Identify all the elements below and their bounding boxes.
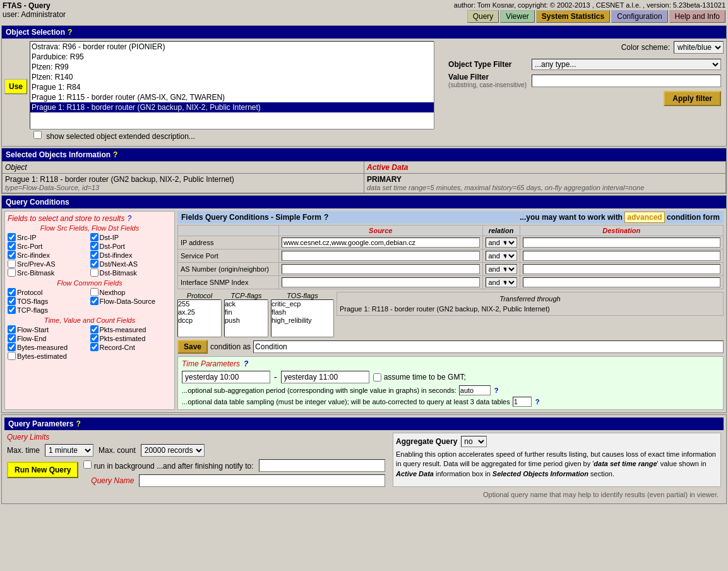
flow-end-check[interactable] [8, 334, 16, 342]
src-prev-as-label[interactable]: Src/Prev-AS [8, 260, 90, 268]
pkts-estimated-check[interactable] [90, 334, 98, 342]
fields-help[interactable]: ? [127, 214, 131, 223]
src-prev-as-check[interactable] [8, 260, 16, 268]
gmt-check-label[interactable]: assume time to be GMT; [373, 373, 466, 382]
src-ip-check[interactable] [8, 233, 16, 241]
dst-port-check[interactable] [90, 242, 98, 250]
condition-name-input[interactable] [253, 340, 724, 353]
tcp-flags-check[interactable] [8, 306, 16, 314]
dst-bitmask-label[interactable]: Dst-Bitmask [90, 268, 172, 277]
src-port-check[interactable] [8, 242, 16, 250]
bg-checkbox[interactable] [83, 460, 92, 469]
tcp-option[interactable]: ack [225, 300, 268, 308]
advanced-link[interactable]: advanced [624, 212, 664, 223]
max-time-select[interactable]: 1 minute 2 minutes 5 minutes [45, 444, 93, 457]
flow-start-check[interactable] [8, 325, 16, 334]
show-desc-checkbox[interactable] [33, 131, 42, 139]
nav-help-btn[interactable]: Help and Info [669, 10, 725, 23]
record-cnt-label[interactable]: Record-Cnt [90, 343, 172, 351]
proto-option[interactable]: 255 [178, 300, 221, 308]
flow-start-label[interactable]: Flow-Start [8, 325, 90, 334]
protocol-listbox[interactable]: 255 ax.25 dccp [177, 299, 222, 337]
proto-option[interactable]: ax.25 [178, 308, 221, 316]
run-new-query-button[interactable]: Run New Query [7, 462, 78, 478]
time-from-input[interactable] [182, 371, 270, 383]
as-number-dest-input[interactable] [523, 264, 721, 274]
flow-data-src-check[interactable] [90, 297, 98, 305]
show-desc-label[interactable]: show selected object extended descriptio… [33, 132, 195, 141]
tcpflags-listbox[interactable]: ack fin push [224, 299, 268, 337]
obj-type-filter-select[interactable]: ...any type... [532, 59, 721, 70]
bytes-estimated-check[interactable] [8, 352, 16, 360]
dst-next-as-check[interactable] [90, 260, 98, 268]
gmt-checkbox[interactable] [373, 373, 381, 382]
tos-option[interactable]: critic_ecp [272, 300, 333, 308]
pkts-measured-label[interactable]: Pkts-measured [90, 325, 172, 334]
use-button[interactable]: Use [4, 79, 27, 94]
dst-ip-check[interactable] [90, 233, 98, 241]
src-ifindex-check[interactable] [8, 251, 16, 259]
time-params-help[interactable]: ? [244, 359, 248, 368]
tos-flags-check[interactable] [8, 297, 16, 305]
bg-label-wrapper[interactable]: run in background ...and after finishing… [83, 460, 253, 471]
dst-port-label[interactable]: Dst-Port [90, 242, 172, 250]
src-port-label[interactable]: Src-Port [8, 242, 90, 250]
sampling-input[interactable] [513, 397, 532, 407]
form-help[interactable]: ? [324, 213, 328, 222]
tcp-option[interactable]: fin [225, 308, 268, 316]
bytes-estimated-label[interactable]: Bytes-estimated [8, 352, 90, 360]
agg-query-select[interactable]: no yes [461, 436, 487, 447]
protocol-label[interactable]: Protocol [8, 288, 90, 296]
bg-email-input[interactable] [259, 459, 385, 472]
selected-objects-help[interactable]: ? [113, 150, 117, 159]
dst-ifindex-check[interactable] [90, 251, 98, 259]
as-number-source-input[interactable] [282, 264, 480, 274]
nexthop-check[interactable] [90, 288, 98, 296]
ip-relation-select[interactable]: and ▼ [486, 237, 517, 248]
src-ip-label[interactable]: Src-IP [8, 233, 90, 241]
nav-sysstat-btn[interactable]: System Statistics [536, 10, 610, 23]
ip-dest-input[interactable] [523, 237, 721, 248]
object-option-selected[interactable]: Prague 1: R118 - border router (GN2 back… [30, 102, 434, 112]
bytes-measured-check[interactable] [8, 343, 16, 351]
record-cnt-check[interactable] [90, 343, 98, 351]
query-name-input[interactable] [139, 474, 385, 487]
object-listbox[interactable]: Ostrava: R96 - border router (PIONIER) P… [30, 41, 434, 129]
query-parameters-help[interactable]: ? [76, 419, 80, 428]
dst-ip-label[interactable]: Dst-IP [90, 233, 172, 241]
max-count-select[interactable]: 20000 records 10000 records 50000 record… [141, 444, 205, 457]
service-port-dest-input[interactable] [523, 251, 721, 261]
object-option[interactable]: Ostrava: R96 - border router (PIONIER) [30, 42, 434, 52]
time-to-input[interactable] [281, 371, 369, 383]
flow-data-src-label[interactable]: Flow-Data-Source [90, 297, 172, 305]
object-option[interactable]: Prague 1: R84 [30, 82, 434, 92]
tosflags-listbox[interactable]: critic_ecp flash high_relibility [271, 299, 334, 337]
nexthop-label[interactable]: Nexthop [90, 288, 172, 296]
service-port-source-input[interactable] [282, 251, 480, 261]
tos-option[interactable]: flash [272, 308, 333, 316]
object-option[interactable]: Prague 1: R115 - border router (AMS-IX, … [30, 92, 434, 102]
object-option[interactable]: Plzen: R140 [30, 72, 434, 82]
interface-snmp-dest-input[interactable] [523, 277, 721, 287]
sampling-help[interactable]: ? [535, 398, 540, 406]
tcp-flags-label[interactable]: TCP-flags [8, 306, 172, 314]
src-bitmask-label[interactable]: Src-Bitmask [8, 268, 90, 277]
dst-bitmask-check[interactable] [90, 268, 98, 277]
sub-agg-input[interactable] [459, 385, 491, 395]
interface-snmp-relation-select[interactable]: and ▼ [486, 277, 517, 287]
bytes-measured-label[interactable]: Bytes-measured [8, 343, 90, 351]
dst-ifindex-label[interactable]: Dst-ifindex [90, 251, 172, 259]
tos-flags-label[interactable]: TOS-flags [8, 297, 90, 305]
src-bitmask-check[interactable] [8, 268, 16, 277]
save-condition-button[interactable]: Save [177, 340, 208, 354]
as-number-relation-select[interactable]: and ▼ [486, 264, 517, 274]
nav-viewer-btn[interactable]: Viewer [500, 10, 534, 23]
apply-filter-button[interactable]: Apply filter [664, 91, 721, 106]
nav-config-btn[interactable]: Configuration [611, 10, 667, 23]
tcp-option[interactable]: push [225, 316, 268, 325]
object-option[interactable]: Plzen: R99 [30, 62, 434, 72]
tos-option[interactable]: high_relibility [272, 316, 333, 325]
nav-query-btn[interactable]: Query [467, 10, 499, 23]
protocol-check[interactable] [8, 288, 16, 296]
pkts-measured-check[interactable] [90, 325, 98, 334]
